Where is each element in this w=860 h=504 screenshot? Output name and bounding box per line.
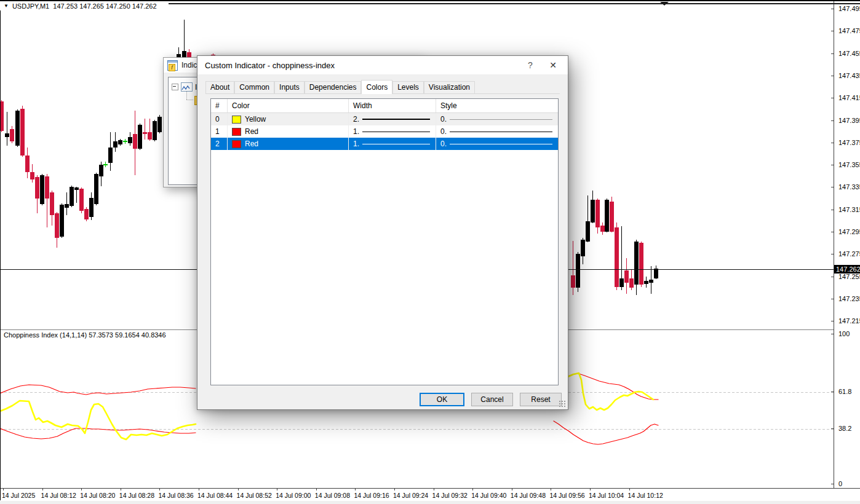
price-axis-label: 147.395	[838, 117, 860, 124]
price-axis-tick	[831, 120, 834, 121]
price-axis-tick	[831, 98, 834, 98]
column-header-style[interactable]: Style	[436, 99, 558, 112]
time-axis-tick	[81, 489, 82, 490]
table-row[interactable]: 0Yellow2.0.	[211, 113, 558, 125]
price-axis-tick	[831, 9, 834, 9]
tree-collapse-icon[interactable]	[172, 84, 178, 90]
price-axis[interactable]: 147.262 147.495147.475147.455147.435147.…	[834, 0, 860, 488]
time-axis-label: 14 Jul 09:40	[471, 492, 506, 499]
time-axis-tick	[159, 489, 160, 490]
color-settings-table[interactable]: # Color Width Style 0Yellow2.0.1Red1.0.2…	[210, 98, 559, 385]
price-axis-tick	[831, 254, 834, 254]
custom-indicator-dialog[interactable]: Custom Indicator - choppiness-index ? ✕ …	[197, 55, 568, 410]
time-axis-tick	[512, 489, 512, 490]
price-axis-label: 147.335	[838, 183, 860, 191]
dialog-buttons: OK Cancel Reset	[420, 393, 562, 406]
price-axis-label: 147.215	[838, 317, 860, 325]
cancel-button[interactable]: Cancel	[471, 393, 513, 406]
chart-symbol-ohlc: USDJPY,M1 147.253 147.265 147.250 147.26…	[12, 2, 157, 10]
tab-inputs[interactable]: Inputs	[274, 81, 305, 93]
price-axis-tick	[831, 484, 834, 484]
price-axis-label: 147.235	[838, 295, 860, 302]
row-style-cell: 0.	[436, 125, 558, 138]
table-row[interactable]: 1Red1.0.	[211, 125, 558, 138]
time-axis-label: 14 Jul 09:24	[393, 492, 428, 499]
tree-connector-horizontal	[186, 100, 193, 101]
resize-grip-icon[interactable]	[559, 400, 566, 408]
time-axis-tick	[199, 489, 199, 490]
row-color-cell: Red	[228, 138, 349, 150]
close-button[interactable]: ✕	[541, 60, 565, 70]
price-axis-tick	[831, 210, 834, 210]
price-axis-label: 147.495	[838, 5, 860, 12]
color-name: Red	[245, 127, 258, 136]
price-axis-tick	[831, 334, 834, 334]
tab-colors[interactable]: Colors	[361, 80, 392, 94]
price-axis-label: 147.255	[838, 273, 860, 280]
column-header-index[interactable]: #	[211, 99, 228, 112]
price-axis-label: 147.455	[838, 50, 860, 57]
tree-connector-vertical	[186, 92, 188, 100]
column-header-color[interactable]: Color	[228, 99, 349, 112]
ok-button[interactable]: OK	[420, 393, 464, 406]
table-row[interactable]: 2Red1.0.	[211, 138, 558, 150]
time-axis-tick	[590, 489, 591, 490]
price-axis-tick	[831, 392, 834, 392]
width-value: 1.	[353, 127, 359, 136]
tab-visualization[interactable]: Visualization	[424, 81, 475, 93]
time-axis-label: 14 Jul 09:08	[315, 492, 350, 499]
tab-about[interactable]: About	[205, 81, 234, 93]
time-axis-tick	[472, 489, 473, 490]
price-axis-tick	[831, 187, 834, 187]
metatrader-chart-screen: ▼ USDJPY,M1 147.253 147.265 147.250 147.…	[0, 0, 860, 504]
table-header: # Color Width Style	[211, 99, 558, 113]
tab-levels[interactable]: Levels	[392, 81, 424, 93]
row-index: 0	[211, 113, 228, 125]
row-width-cell: 1.	[349, 138, 436, 150]
price-axis-tick	[831, 53, 834, 54]
row-width-cell: 2.	[349, 113, 436, 125]
time-axis-label: 14 Jul 08:52	[237, 492, 272, 499]
row-width-cell: 1.	[349, 125, 436, 138]
column-header-width[interactable]: Width	[349, 99, 436, 112]
dialog-tabs: AboutCommonInputsDependenciesColorsLevel…	[205, 80, 560, 94]
color-name: Yellow	[245, 115, 266, 124]
reset-button[interactable]: Reset	[520, 393, 562, 406]
price-axis-label: 147.275	[838, 250, 860, 258]
time-axis-tick	[355, 489, 356, 490]
time-axis-tick	[42, 489, 43, 490]
row-index: 2	[211, 138, 228, 150]
tree-item-root[interactable]: I	[172, 82, 197, 92]
dialog-titlebar[interactable]: Custom Indicator - choppiness-index ? ✕	[197, 56, 568, 74]
dialog-title: Custom Indicator - choppiness-index	[205, 61, 520, 70]
price-axis-tick	[831, 31, 834, 31]
chart-left-border	[0, 0, 1, 500]
time-axis-label: 14 Jul 10:04	[589, 492, 624, 499]
price-axis-tick	[831, 321, 834, 321]
tab-dependencies[interactable]: Dependencies	[305, 81, 362, 93]
row-style-cell: 0.	[436, 138, 558, 150]
chart-collapse-icon[interactable]: ▼	[4, 4, 9, 9]
time-axis-tick	[238, 489, 239, 490]
color-swatch	[232, 128, 241, 136]
style-value: 0.	[440, 115, 447, 124]
row-style-cell: 0.	[436, 113, 558, 125]
time-axis-label: 14 Jul 2025	[2, 492, 35, 499]
price-axis-tick	[831, 165, 834, 165]
row-color-cell: Yellow	[228, 113, 349, 125]
price-axis-tick	[831, 76, 834, 76]
current-price-tag: 147.262	[834, 265, 860, 274]
color-table-body: 0Yellow2.0.1Red1.0.2Red1.0.	[211, 113, 558, 150]
tab-common[interactable]: Common	[234, 81, 274, 93]
chart-title-strip: ▼ USDJPY,M1 147.253 147.265 147.250 147.…	[0, 1, 169, 10]
price-axis-label: 147.315	[838, 206, 860, 213]
color-swatch	[232, 116, 241, 124]
help-button[interactable]: ?	[520, 60, 541, 70]
price-axis-label: 147.375	[838, 139, 860, 146]
style-line-sample	[450, 119, 552, 120]
price-axis-label: 147.355	[838, 161, 860, 168]
time-axis[interactable]: 14 Jul 202514 Jul 08:1214 Jul 08:2014 Ju…	[0, 488, 860, 501]
window-bottom-strip	[0, 501, 860, 504]
price-axis-label: 147.415	[838, 94, 860, 101]
indicator-file-icon	[167, 60, 178, 71]
